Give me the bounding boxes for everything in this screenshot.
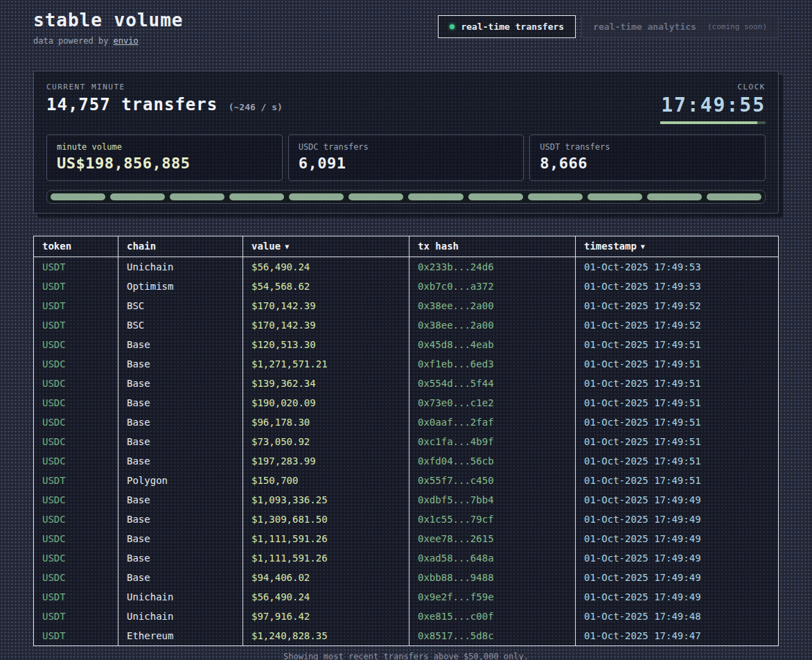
transfer-count-block: CURRENT MINUTE 14,757 transfers (~246 / … <box>46 82 283 114</box>
cell-tx-hash[interactable]: 0xfd04...56cb <box>409 451 576 471</box>
cell-token: USDT <box>34 471 118 490</box>
cell-value: $1,111,591.26 <box>243 548 409 568</box>
cell-value: $150,700 <box>243 471 409 490</box>
cell-chain: Unichain <box>118 607 243 626</box>
cell-tx-hash[interactable]: 0x38ee...2a00 <box>409 315 576 335</box>
cell-chain: Base <box>118 529 243 548</box>
transfers-table: token chain value▼ tx hash timestamp▼ US… <box>33 236 779 646</box>
cell-tx-hash[interactable]: 0xc1fa...4b9f <box>409 432 576 451</box>
sort-desc-icon: ▼ <box>641 243 645 250</box>
minute-segments <box>46 190 766 204</box>
cell-chain: Base <box>118 335 243 354</box>
minute-segment <box>170 193 224 200</box>
stats-top: CURRENT MINUTE 14,757 transfers (~246 / … <box>46 82 766 124</box>
cell-tx-hash[interactable]: 0xad58...648a <box>409 548 576 568</box>
cell-token: USDC <box>34 548 118 568</box>
cell-value: $190,020.09 <box>243 393 409 412</box>
cell-timestamp: 01-Oct-2025 17:49:53 <box>576 277 778 296</box>
cell-timestamp: 01-Oct-2025 17:49:52 <box>576 315 778 335</box>
cell-tx-hash[interactable]: 0x233b...24d6 <box>409 257 576 277</box>
clock-time: 17:49:55 <box>660 94 766 116</box>
cell-value: $96,178.30 <box>243 412 409 432</box>
cell-value: $1,271,571.21 <box>243 354 409 374</box>
cell-chain: Base <box>118 510 243 529</box>
table-row: USDCBase$94,406.020xbb88...948801-Oct-20… <box>34 568 778 587</box>
tab-real-time-analytics-label: real-time analytics <box>593 21 696 32</box>
cell-value: $120,513.30 <box>243 335 409 354</box>
cell-value: $56,490.24 <box>243 257 409 277</box>
column-header-token: token <box>34 236 118 257</box>
cell-token: USDC <box>34 335 118 354</box>
minute-volume-label: minute volume <box>57 142 272 152</box>
cell-tx-hash[interactable]: 0x0aaf...2faf <box>409 412 576 432</box>
cell-value: $1,111,591.26 <box>243 529 409 548</box>
cell-timestamp: 01-Oct-2025 17:49:51 <box>576 354 778 374</box>
cell-tx-hash[interactable]: 0xf1eb...6ed3 <box>409 354 576 374</box>
footer-note: Showing most recent transfers above $50,… <box>33 646 779 660</box>
cell-tx-hash[interactable]: 0xb7c0...a372 <box>409 277 576 296</box>
page: stable volume data powered by envio real… <box>0 0 812 660</box>
minute-progress-fill <box>660 121 757 124</box>
clock-block: CLOCK 17:49:55 <box>660 82 766 124</box>
table-row: USDCBase$96,178.300x0aaf...2faf01-Oct-20… <box>34 412 778 432</box>
cell-chain: Base <box>118 354 243 374</box>
tab-real-time-analytics[interactable]: real-time analytics (coming soon) <box>581 15 779 38</box>
cell-tx-hash[interactable]: 0xee78...2615 <box>409 529 576 548</box>
minute-segment <box>468 193 523 200</box>
cell-token: USDC <box>34 529 118 548</box>
cell-tx-hash[interactable]: 0xdbf5...7bb4 <box>409 490 576 510</box>
table-row: USDTBSC$170,142.390x38ee...2a0001-Oct-20… <box>34 315 778 335</box>
minute-volume-value: US$198,856,885 <box>57 155 272 172</box>
minute-segment <box>528 193 583 200</box>
live-dot-icon <box>450 24 454 29</box>
cell-chain: Unichain <box>118 257 243 277</box>
cell-chain: Base <box>118 548 243 568</box>
minute-segment <box>647 193 702 200</box>
cell-tx-hash[interactable]: 0x38ee...2a00 <box>409 296 576 315</box>
cell-timestamp: 01-Oct-2025 17:49:48 <box>576 607 778 626</box>
table-row: USDTUnichain$97,916.420xe815...c00f01-Oc… <box>34 607 778 626</box>
cell-tx-hash[interactable]: 0xe815...c00f <box>409 607 576 626</box>
table-row: USDTBSC$170,142.390x38ee...2a0001-Oct-20… <box>34 296 778 315</box>
minute-segment <box>408 193 463 200</box>
stat-cards: minute volume US$198,856,885 USDC transf… <box>46 134 766 181</box>
page-title: stable volume <box>33 10 184 31</box>
table-row: USDCBase$1,111,591.260xee78...261501-Oct… <box>34 529 778 548</box>
cell-tx-hash[interactable]: 0xbb88...9488 <box>409 568 576 587</box>
nav: real-time transfers real-time analytics … <box>438 15 779 38</box>
envio-link[interactable]: envio <box>114 36 139 46</box>
cell-timestamp: 01-Oct-2025 17:49:51 <box>576 432 778 451</box>
cell-tx-hash[interactable]: 0x73e0...c1e2 <box>409 393 576 412</box>
table-row: USDCBase$1,093,336.250xdbf5...7bb401-Oct… <box>34 490 778 510</box>
branding: stable volume data powered by envio <box>33 10 184 46</box>
column-header-value[interactable]: value▼ <box>243 236 409 257</box>
cell-token: USDC <box>34 568 118 587</box>
tab-real-time-transfers[interactable]: real-time transfers <box>438 15 576 38</box>
column-header-timestamp[interactable]: timestamp▼ <box>576 236 778 257</box>
cell-chain: Polygon <box>118 471 243 490</box>
current-minute-label: CURRENT MINUTE <box>46 82 283 92</box>
cell-value: $1,309,681.50 <box>243 510 409 529</box>
table-body: USDTUnichain$56,490.240x233b...24d601-Oc… <box>34 257 778 645</box>
cell-value: $1,093,336.25 <box>243 490 409 510</box>
table-row: USDCBase$197,283.990xfd04...56cb01-Oct-2… <box>34 451 778 471</box>
usdt-transfers-label: USDT transfers <box>540 142 755 152</box>
column-header-chain: chain <box>118 236 243 257</box>
cell-tx-hash[interactable]: 0x554d...5f44 <box>409 374 576 393</box>
minute-segment <box>110 193 165 200</box>
cell-tx-hash[interactable]: 0x45d8...4eab <box>409 335 576 354</box>
table-row: USDCBase$190,020.090x73e0...c1e201-Oct-2… <box>34 393 778 412</box>
cell-chain: BSC <box>118 315 243 335</box>
table-row: USDTUnichain$56,490.240x9e2f...f59e01-Oc… <box>34 587 778 607</box>
transfer-count-unit: transfers <box>111 95 229 114</box>
cell-timestamp: 01-Oct-2025 17:49:51 <box>576 412 778 432</box>
cell-tx-hash[interactable]: 0x55f7...c450 <box>409 471 576 490</box>
cell-timestamp: 01-Oct-2025 17:49:49 <box>576 568 778 587</box>
topbar: stable volume data powered by envio real… <box>33 10 779 46</box>
cell-tx-hash[interactable]: 0x9e2f...f59e <box>409 587 576 607</box>
cell-tx-hash[interactable]: 0x8517...5d8c <box>409 626 576 645</box>
cell-token: USDC <box>34 490 118 510</box>
cell-chain: Optimism <box>118 277 243 296</box>
cell-tx-hash[interactable]: 0x1c55...79cf <box>409 510 576 529</box>
cell-value: $170,142.39 <box>243 315 409 335</box>
